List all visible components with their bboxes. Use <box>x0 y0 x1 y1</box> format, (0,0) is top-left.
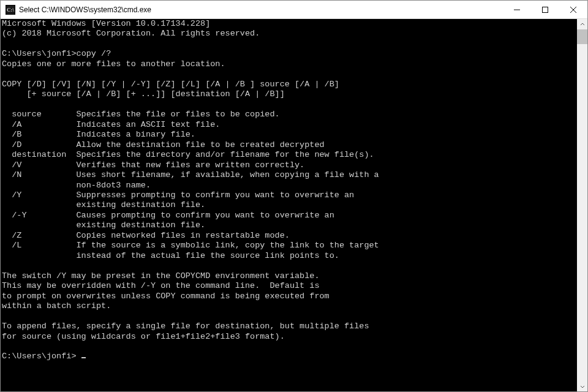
version-line: Microsoft Windows [Version 10.0.17134.22… <box>2 19 210 28</box>
minimize-button[interactable] <box>503 1 531 18</box>
prompt-prefix: C:\Users\jonfi> <box>2 49 77 58</box>
prompt-command: copy /? <box>77 49 111 58</box>
option-a: /A Indicates an ASCII text file. <box>2 120 220 129</box>
note-line-5: To append files, specify a single file f… <box>2 322 369 331</box>
syntax-line-1: COPY [/D] [/V] [/N] [/Y | /-Y] [/Z] [/L]… <box>2 80 339 89</box>
scroll-down-icon[interactable] <box>577 381 587 391</box>
note-line-1: The switch /Y may be preset in the COPYC… <box>2 271 319 281</box>
note-line-2: This may be overridden with /-Y on the c… <box>2 281 319 290</box>
close-button[interactable] <box>559 1 587 18</box>
prompt-prefix-2: C:\Users\jonfi> <box>2 352 81 361</box>
scrollbar[interactable] <box>577 19 587 391</box>
option-y: /Y Suppresses prompting to confirm you w… <box>2 190 354 200</box>
option-l: /L If the source is a symbolic link, cop… <box>2 241 379 250</box>
scroll-up-icon[interactable] <box>577 19 587 29</box>
scrollbar-thumb[interactable] <box>577 29 587 44</box>
cmd-window: C:\ Select C:\WINDOWS\system32\cmd.exe M… <box>0 0 588 392</box>
option-z: /Z Copies networked files in restartable… <box>2 231 290 240</box>
option-l-cont: instead of the actual file the source li… <box>2 251 339 260</box>
note-line-6: for source (using wildcards or file1+fil… <box>2 332 285 341</box>
option-d: /D Allow the destination file to be crea… <box>2 140 325 149</box>
option-source: source Specifies the file or files to be… <box>2 110 280 119</box>
help-intro: Copies one or more files to another loca… <box>2 59 225 69</box>
titlebar[interactable]: C:\ Select C:\WINDOWS\system32\cmd.exe <box>1 1 587 19</box>
scrollbar-track[interactable] <box>577 29 587 381</box>
cmd-icon: C:\ <box>6 5 15 15</box>
option-v: /V Verifies that new files are written c… <box>2 160 304 170</box>
option-y-cont: existing destination file. <box>2 200 205 209</box>
titlebar-title: Select C:\WINDOWS\system32\cmd.exe <box>19 6 503 14</box>
window-controls <box>503 1 587 18</box>
copyright-line: (c) 2018 Microsoft Corporation. All righ… <box>2 29 260 38</box>
syntax-line-2: [+ source [/A | /B] [+ ...]] [destinatio… <box>2 89 285 99</box>
option-destination: destination Specifies the directory and/… <box>2 150 374 159</box>
svg-rect-4 <box>543 7 548 12</box>
terminal-output[interactable]: Microsoft Windows [Version 10.0.17134.22… <box>1 19 577 391</box>
cursor <box>81 357 86 358</box>
svg-text:C:\: C:\ <box>7 7 14 13</box>
option-neg-y: /-Y Causes prompting to confirm you want… <box>2 211 334 220</box>
terminal-area: Microsoft Windows [Version 10.0.17134.22… <box>1 19 587 391</box>
option-n: /N Uses short filename, if available, wh… <box>2 170 379 179</box>
option-b: /B Indicates a binary file. <box>2 130 195 139</box>
option-neg-y-cont: existing destination file. <box>2 221 205 230</box>
maximize-button[interactable] <box>531 1 559 18</box>
option-n-cont: non-8dot3 name. <box>2 181 151 190</box>
note-line-4: within a batch script. <box>2 301 111 311</box>
note-line-3: to prompt on overwrites unless COPY comm… <box>2 292 330 301</box>
